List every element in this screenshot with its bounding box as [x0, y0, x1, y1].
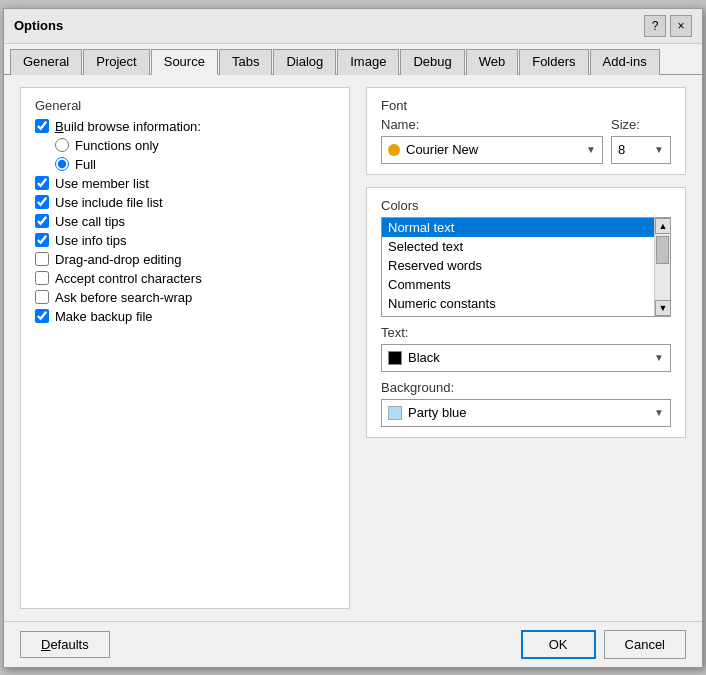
tab-image[interactable]: Image — [337, 49, 399, 75]
scrollbar-down-button[interactable]: ▼ — [655, 300, 671, 316]
font-name-dropdown[interactable]: Courier New ▼ — [381, 136, 603, 164]
accept-control-row[interactable]: Accept control characters — [35, 269, 335, 288]
ok-button[interactable]: OK — [521, 630, 596, 659]
title-bar-controls: ? × — [644, 15, 692, 37]
color-listbox-container: Normal text Selected text Reserved words… — [381, 217, 671, 317]
build-browse-row[interactable]: Build browse information: — [35, 117, 335, 136]
functions-only-row[interactable]: Functions only — [35, 136, 335, 155]
tab-general[interactable]: General — [10, 49, 82, 75]
size-label: Size: — [611, 117, 671, 132]
tabs-row: General Project Source Tabs Dialog Image… — [4, 44, 702, 75]
make-backup-label: Make backup file — [55, 309, 153, 324]
defaults-label: Defaults — [41, 637, 89, 652]
use-info-tips-label: Use info tips — [55, 233, 127, 248]
text-color-value: Black — [408, 350, 440, 365]
colors-group: Colors Normal text Selected text Reserve… — [366, 187, 686, 438]
general-group-label: General — [35, 98, 335, 113]
general-group: General Build browse information: Functi… — [20, 87, 350, 609]
build-browse-checkbox[interactable] — [35, 119, 49, 133]
ask-before-label: Ask before search-wrap — [55, 290, 192, 305]
tab-source[interactable]: Source — [151, 49, 218, 75]
text-color-arrow-icon: ▼ — [654, 352, 664, 363]
use-member-list-checkbox[interactable] — [35, 176, 49, 190]
font-size-dropdown[interactable]: 8 ▼ — [611, 136, 671, 164]
background-color-label: Background: — [381, 380, 671, 395]
build-browse-label: Build browse information: — [55, 119, 201, 134]
use-member-list-row[interactable]: Use member list — [35, 174, 335, 193]
listbox-scrollbar[interactable]: ▲ ▼ — [654, 218, 670, 316]
font-size-group: Size: 8 ▼ — [611, 117, 671, 164]
list-item-normal-text[interactable]: Normal text — [382, 218, 654, 237]
font-row: Name: Courier New ▼ Size: — [381, 117, 671, 164]
scrollbar-up-button[interactable]: ▲ — [655, 218, 671, 234]
background-color-swatch — [388, 406, 402, 420]
text-color-swatch — [388, 351, 402, 365]
tab-dialog[interactable]: Dialog — [273, 49, 336, 75]
full-label: Full — [75, 157, 96, 172]
list-item-comments[interactable]: Comments — [382, 275, 654, 294]
list-item-numeric-constants[interactable]: Numeric constants — [382, 294, 654, 313]
font-name-arrow-icon: ▼ — [586, 144, 596, 155]
bottom-right: OK Cancel — [110, 630, 686, 659]
list-item-reserved-words[interactable]: Reserved words — [382, 256, 654, 275]
right-panel: Font Name: Courier New ▼ Size: — [366, 87, 686, 609]
use-call-tips-label: Use call tips — [55, 214, 125, 229]
use-call-tips-row[interactable]: Use call tips — [35, 212, 335, 231]
bottom-bar: Defaults OK Cancel — [4, 621, 702, 667]
functions-only-label: Functions only — [75, 138, 159, 153]
drag-drop-label: Drag-and-drop editing — [55, 252, 181, 267]
make-backup-checkbox[interactable] — [35, 309, 49, 323]
background-color-dropdown-inner: Party blue — [388, 405, 654, 420]
accept-control-checkbox[interactable] — [35, 271, 49, 285]
name-label: Name: — [381, 117, 603, 132]
tab-folders[interactable]: Folders — [519, 49, 588, 75]
color-listbox[interactable]: Normal text Selected text Reserved words… — [382, 218, 654, 313]
scroll-thumb[interactable] — [656, 236, 669, 264]
list-item-selected-text[interactable]: Selected text — [382, 237, 654, 256]
text-color-label: Text: — [381, 325, 671, 340]
font-name-value: Courier New — [406, 142, 478, 157]
ask-before-checkbox[interactable] — [35, 290, 49, 304]
tab-tabs[interactable]: Tabs — [219, 49, 272, 75]
use-call-tips-checkbox[interactable] — [35, 214, 49, 228]
use-include-file-checkbox[interactable] — [35, 195, 49, 209]
drag-drop-checkbox[interactable] — [35, 252, 49, 266]
functions-only-radio[interactable] — [55, 138, 69, 152]
defaults-button[interactable]: Defaults — [20, 631, 110, 658]
background-color-dropdown[interactable]: Party blue ▼ — [381, 399, 671, 427]
options-dialog: Options ? × General Project Source Tabs … — [3, 8, 703, 668]
font-indicator-dot — [388, 144, 400, 156]
drag-drop-row[interactable]: Drag-and-drop editing — [35, 250, 335, 269]
use-include-file-row[interactable]: Use include file list — [35, 193, 335, 212]
title-bar-left: Options — [14, 18, 63, 33]
use-info-tips-row[interactable]: Use info tips — [35, 231, 335, 250]
tab-debug[interactable]: Debug — [400, 49, 464, 75]
content-area: General Build browse information: Functi… — [4, 75, 702, 621]
scroll-track[interactable] — [655, 234, 670, 300]
text-color-dropdown[interactable]: Black ▼ — [381, 344, 671, 372]
tab-web[interactable]: Web — [466, 49, 519, 75]
font-name-dropdown-inner: Courier New — [388, 142, 586, 157]
font-group-label: Font — [381, 98, 671, 113]
dialog-title: Options — [14, 18, 63, 33]
full-radio[interactable] — [55, 157, 69, 171]
cancel-button[interactable]: Cancel — [604, 630, 686, 659]
help-button[interactable]: ? — [644, 15, 666, 37]
accept-control-label: Accept control characters — [55, 271, 202, 286]
make-backup-row[interactable]: Make backup file — [35, 307, 335, 326]
ask-before-row[interactable]: Ask before search-wrap — [35, 288, 335, 307]
title-bar: Options ? × — [4, 9, 702, 44]
tab-project[interactable]: Project — [83, 49, 149, 75]
font-name-group: Name: Courier New ▼ — [381, 117, 603, 164]
background-color-value: Party blue — [408, 405, 467, 420]
left-panel: General Build browse information: Functi… — [20, 87, 350, 609]
tab-addins[interactable]: Add-ins — [590, 49, 660, 75]
full-row[interactable]: Full — [35, 155, 335, 174]
use-info-tips-checkbox[interactable] — [35, 233, 49, 247]
text-color-dropdown-inner: Black — [388, 350, 654, 365]
use-include-file-label: Use include file list — [55, 195, 163, 210]
font-size-dropdown-inner: 8 — [618, 142, 654, 157]
font-size-arrow-icon: ▼ — [654, 144, 664, 155]
font-size-value: 8 — [618, 142, 625, 157]
close-button[interactable]: × — [670, 15, 692, 37]
